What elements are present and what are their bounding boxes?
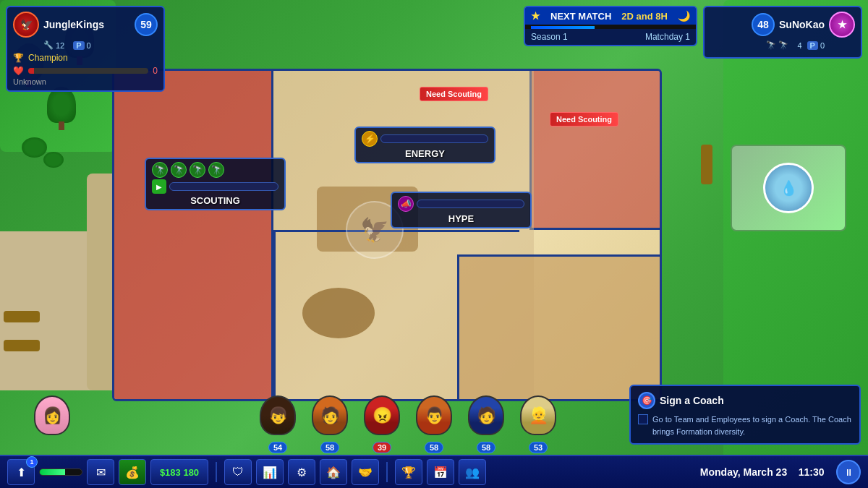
objective-title-text: Sign a Coach bbox=[660, 395, 724, 406]
energy-bar[interactable]: ⚡ ENERGY bbox=[354, 127, 495, 163]
char-0-head: 👦 bbox=[260, 395, 296, 435]
scouting-icon: 🔭 bbox=[152, 162, 168, 178]
scouting-progress-track bbox=[169, 182, 278, 191]
hype-label: HYPE bbox=[398, 213, 524, 224]
calendar-button[interactable]: 📅 bbox=[427, 459, 454, 485]
fountain-area: 💧 bbox=[731, 145, 846, 231]
unknown-row: Unknown bbox=[13, 77, 158, 86]
separator-2 bbox=[386, 462, 388, 482]
energy-bar-bottom bbox=[39, 468, 82, 476]
furniture-table bbox=[302, 288, 375, 338]
energy-bar-fill bbox=[40, 469, 65, 475]
char-2-head: 😠 bbox=[364, 395, 400, 435]
team-left-logo: 🦅 bbox=[13, 12, 39, 38]
people-button[interactable]: 👥 bbox=[459, 459, 486, 485]
tools-button[interactable]: ⚙ bbox=[288, 459, 315, 485]
scouting-label: SCOUTING bbox=[152, 195, 278, 206]
star-icon: ★ bbox=[531, 10, 540, 22]
objective-icon: 🎯 bbox=[638, 392, 655, 409]
bench-right bbox=[701, 145, 712, 184]
notification-badge: 1 bbox=[26, 456, 38, 468]
char-0[interactable]: 👦 54 bbox=[255, 395, 301, 453]
bottom-bar: ⬆ 1 ✉ 💰 $183 180 🛡 📊 ⚙ 🏠 🤝 🏆 📅 👥 Monday,… bbox=[0, 455, 868, 488]
team-right-name: SuNoKao bbox=[779, 19, 825, 30]
p-badge: P bbox=[73, 41, 84, 50]
char-player[interactable]: 👩 bbox=[29, 395, 75, 453]
right-tools-icon: 🔭 bbox=[766, 40, 776, 50]
separator-1 bbox=[216, 462, 217, 482]
shrub-1 bbox=[22, 137, 47, 158]
hype-bar[interactable]: 📣 HYPE bbox=[391, 192, 532, 228]
home-button[interactable]: 🏠 bbox=[320, 459, 347, 485]
char-1-head: 🧑 bbox=[312, 395, 348, 435]
bench-1 bbox=[4, 311, 40, 322]
right-stat-vals: 4 P 0 bbox=[797, 40, 825, 50]
character-bar: 👩 👦 54 🧑 58 😠 39 👨 58 🧑 58 👱 53 bbox=[203, 395, 561, 453]
shrub-2 bbox=[43, 152, 64, 168]
date-text: Monday, March 23 bbox=[700, 466, 787, 478]
next-match-label: NEXT MATCH bbox=[550, 11, 611, 22]
pause-button[interactable]: ⏸ bbox=[836, 460, 861, 484]
mail-button[interactable]: ✉ bbox=[87, 459, 114, 485]
bench-2 bbox=[4, 340, 40, 351]
need-scouting-banner-1: Need Scouting bbox=[420, 87, 488, 101]
team-right-logo: ★ bbox=[829, 12, 855, 38]
team-left-name: JungleKings bbox=[43, 19, 104, 30]
char-0-level: 54 bbox=[268, 442, 287, 453]
scouting-icon-2: 🔭 bbox=[171, 162, 187, 178]
char-2-level: 39 bbox=[373, 442, 391, 453]
next-match-time: 2D and 8H bbox=[621, 11, 668, 22]
scouting-bar[interactable]: 🔭 🔭 🔭 🔭 ▶ SCOUTING bbox=[145, 158, 286, 210]
fountain: 💧 bbox=[763, 163, 814, 213]
stats-button[interactable]: 📊 bbox=[256, 459, 284, 485]
need-scouting-banner-2: Need Scouting bbox=[550, 112, 618, 127]
char-4-level: 58 bbox=[477, 442, 495, 453]
heart-icon: ❤️ bbox=[13, 66, 24, 76]
tree-2 bbox=[47, 87, 76, 123]
right-p-badge: P bbox=[807, 41, 818, 50]
date-display: Monday, March 23 11:30 bbox=[700, 466, 825, 478]
objective-desc-text: Go to Team and Employees to sign a Coach… bbox=[652, 414, 852, 437]
char-3-head: 👨 bbox=[416, 395, 452, 435]
char-5-level: 53 bbox=[529, 442, 548, 453]
char-1-level: 58 bbox=[320, 442, 339, 453]
hype-progress-track bbox=[417, 200, 524, 208]
right-tools-icon-2: 🔭 bbox=[778, 40, 788, 50]
season-label: Season 1 bbox=[531, 32, 568, 42]
room-right-top bbox=[529, 71, 660, 230]
shield-button[interactable]: 🛡 bbox=[224, 459, 252, 485]
divider-1 bbox=[273, 230, 276, 401]
levelup-wrapper: ⬆ 1 bbox=[7, 459, 35, 485]
energy-icon: ⚡ bbox=[362, 131, 378, 147]
char-4-head: 🧑 bbox=[468, 395, 504, 435]
energy-indicator bbox=[39, 468, 82, 476]
matchday-label: Matchday 1 bbox=[645, 32, 690, 42]
objective-checkbox[interactable] bbox=[638, 414, 648, 424]
objective-panel: 🎯 Sign a Coach Go to Team and Employees … bbox=[629, 385, 861, 445]
char-1[interactable]: 🧑 58 bbox=[307, 395, 353, 453]
right-stat1-val: 4 bbox=[797, 41, 801, 50]
money-button[interactable]: 💰 bbox=[119, 459, 146, 485]
char-player-head: 👩 bbox=[34, 395, 70, 435]
char-3[interactable]: 👨 58 bbox=[411, 395, 457, 453]
room-bottom-right bbox=[457, 254, 660, 399]
team-left-panel: 🦅 JungleKings 59 🔧 12 P 0 🏆 Champion ❤️ … bbox=[6, 6, 165, 92]
deals-button[interactable]: 🤝 bbox=[352, 459, 379, 485]
next-match-panel: ★ NEXT MATCH 2D and 8H 🌙 Season 1 Matchd… bbox=[524, 6, 697, 46]
team-right-panel: 48 SuNoKao ★ 🔭 🔭 4 P 0 bbox=[703, 6, 862, 59]
char-4[interactable]: 🧑 58 bbox=[463, 395, 509, 453]
scouting-icon-3: 🔭 bbox=[190, 162, 205, 178]
time-text: 11:30 bbox=[799, 466, 825, 478]
champion-icon: 🏆 bbox=[13, 53, 24, 63]
scouting-play-btn[interactable]: ▶ bbox=[152, 179, 166, 194]
char-3-level: 58 bbox=[425, 442, 443, 453]
stat-tools: 🔧 12 bbox=[43, 40, 64, 50]
char-2[interactable]: 😠 39 bbox=[359, 395, 405, 453]
trophy-button[interactable]: 🏆 bbox=[395, 459, 422, 485]
scouting-icon-4: 🔭 bbox=[208, 162, 224, 178]
stat-p: P 0 bbox=[73, 40, 90, 50]
right-stat-tools: 🔭 🔭 bbox=[766, 40, 788, 50]
moon-icon: 🌙 bbox=[678, 10, 690, 22]
char-5[interactable]: 👱 53 bbox=[515, 395, 561, 453]
money-display: $183 180 bbox=[150, 459, 208, 485]
